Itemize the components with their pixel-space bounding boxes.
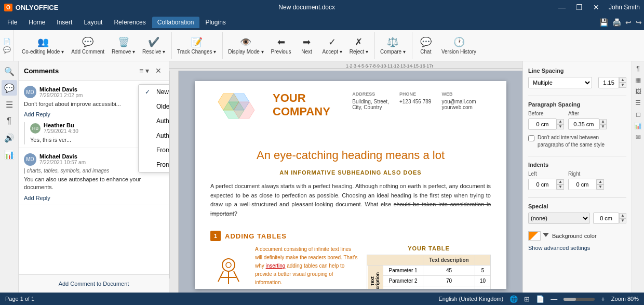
remove-button[interactable]: 🗑️ Remove ▾ — [109, 32, 138, 59]
add-comment-label: Add Comment — [71, 49, 104, 55]
menubar-right-icons: 💾 🖨️ ↩ ↪ — [599, 18, 642, 26]
menu-references[interactable]: References — [109, 17, 151, 28]
reject-label: Reject ▾ — [350, 49, 368, 55]
menu-insert[interactable]: Insert — [51, 17, 77, 28]
user-name: John Smith — [609, 4, 640, 11]
compare-button[interactable]: ⚖️ Compare ▾ — [377, 32, 409, 59]
previous-button[interactable]: ⬅ Previous — [268, 32, 294, 59]
track-changes-label: Track Changes ▾ — [177, 49, 216, 55]
restore-button[interactable]: ❐ — [573, 2, 586, 12]
next-icon: ➡ — [303, 36, 311, 48]
add-comment-icon: 💬 — [82, 36, 93, 48]
toolbar-group-navigation: 👁️ Display Mode ▾ ⬅ Previous ➡ Next ✓ Ac… — [222, 32, 373, 59]
resolve-icon: ✔️ — [148, 36, 159, 48]
undo-icon[interactable]: ↩ — [625, 18, 632, 26]
document-title: New document.docx — [58, 4, 555, 11]
track-changes-button[interactable]: 📝 Track Changes ▾ — [174, 32, 219, 59]
minimize-button[interactable]: — — [555, 2, 569, 12]
menubar: File Home Insert Layout References Colla… — [0, 15, 644, 30]
accept-button[interactable]: ✓ Accept ▾ — [319, 32, 345, 59]
next-button[interactable]: ➡ Next — [295, 32, 318, 59]
app-logo: O ONLYOFFICE — [4, 4, 58, 11]
resolve-button[interactable]: ✔️ Resolve ▾ — [139, 32, 168, 59]
save-icon[interactable]: 💾 — [599, 18, 608, 26]
compare-label: Compare ▾ — [380, 49, 406, 55]
compare-icon: ⚖️ — [387, 36, 398, 48]
toolbar-group-coediting: 👥 Co-editing Mode ▾ 💬 Add Comment 🗑️ Rem… — [17, 32, 170, 59]
track-changes-icon: 📝 — [191, 36, 203, 48]
window-controls: — ❐ ✕ — [555, 2, 602, 12]
version-history-label: Version History — [441, 49, 476, 55]
version-history-button[interactable]: 🕐 Version History — [438, 32, 479, 59]
add-comment-button[interactable]: 💬 Add Comment — [68, 32, 108, 59]
toolbar-left-icon-1[interactable]: 📄 — [3, 38, 11, 45]
coediting-mode-button[interactable]: 👥 Co-editing Mode ▾ — [19, 32, 67, 59]
previous-icon: ⬅ — [277, 36, 285, 48]
coediting-icon: 👥 — [37, 36, 49, 48]
close-button[interactable]: ✕ — [590, 2, 602, 12]
toolbar: 📄 💬 👥 Co-editing Mode ▾ 💬 Add Comment 🗑️… — [0, 30, 644, 61]
remove-label: Remove ▾ — [112, 49, 135, 55]
display-mode-label: Display Mode ▾ — [228, 49, 263, 55]
display-mode-icon: 👁️ — [240, 36, 251, 48]
logo-icon: O — [4, 4, 12, 11]
reject-button[interactable]: ✗ Reject ▾ — [346, 32, 371, 59]
titlebar: O ONLYOFFICE New document.docx — ❐ ✕ Joh… — [0, 0, 644, 15]
next-label: Next — [301, 49, 312, 55]
display-mode-button[interactable]: 👁️ Display Mode ▾ — [225, 32, 266, 59]
redo-icon[interactable]: ↪ — [636, 18, 642, 26]
chat-label: Chat — [420, 49, 431, 55]
resolve-label: Resolve ▾ — [142, 49, 165, 55]
menu-collaboration[interactable]: Collaboration — [152, 17, 199, 28]
version-history-icon: 🕐 — [453, 36, 465, 48]
toolbar-left-icon-2[interactable]: 💬 — [3, 46, 11, 54]
remove-icon: 🗑️ — [118, 36, 129, 48]
toolbar-group-chat: 💬 Chat 🕐 Version History — [412, 32, 481, 59]
menu-plugins[interactable]: Plugins — [200, 17, 231, 28]
menu-home[interactable]: Home — [23, 17, 50, 28]
chat-button[interactable]: 💬 Chat — [414, 32, 437, 59]
accept-label: Accept ▾ — [322, 49, 342, 55]
menu-file[interactable]: File — [2, 17, 22, 28]
accept-icon: ✓ — [328, 36, 336, 48]
menu-layout[interactable]: Layout — [78, 17, 108, 28]
coediting-label: Co-editing Mode ▾ — [22, 49, 64, 55]
print-icon[interactable]: 🖨️ — [612, 18, 621, 26]
previous-label: Previous — [271, 49, 291, 55]
app-name: ONLYOFFICE — [16, 4, 59, 11]
toolbar-group-track: 📝 Track Changes ▾ — [171, 32, 221, 59]
reject-icon: ✗ — [355, 36, 363, 48]
toolbar-group-compare: ⚖️ Compare ▾ — [374, 32, 411, 59]
chat-icon: 💬 — [420, 36, 432, 48]
